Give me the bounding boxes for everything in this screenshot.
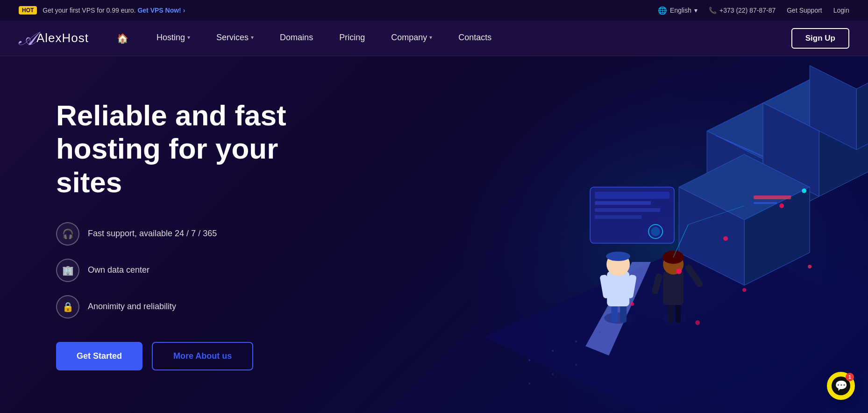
svg-point-60	[528, 359, 530, 361]
svg-rect-44	[668, 304, 673, 323]
svg-rect-25	[754, 196, 791, 199]
language-label: English	[670, 7, 691, 14]
svg-point-51	[676, 268, 682, 274]
main-nav: 𝒜 AlexHost 🏠 Hosting ▾ Services ▾ Domain…	[0, 21, 868, 56]
svg-point-27	[802, 188, 806, 193]
top-bar-left: HOT Get your first VPS for 0.99 euro. Ge…	[19, 6, 185, 14]
contacts-label: Contacts	[458, 33, 491, 43]
svg-point-34	[651, 227, 660, 236]
chat-badge: 1	[846, 373, 854, 381]
chevron-down-icon: ▾	[251, 34, 254, 41]
svg-rect-37	[620, 304, 626, 323]
svg-rect-26	[754, 202, 777, 204]
svg-marker-20	[856, 65, 868, 150]
svg-point-53	[630, 302, 634, 306]
nav-item-services[interactable]: Services ▾	[203, 21, 267, 56]
phone-number: +373 (22) 87-87-87	[719, 7, 776, 14]
svg-point-56	[695, 320, 700, 325]
language-selector[interactable]: 🌐 English ▾	[658, 6, 697, 15]
nav-item-contacts[interactable]: Contacts	[445, 21, 505, 56]
nav-item-hosting[interactable]: Hosting ▾	[143, 21, 203, 56]
logo-text: AlexHost	[36, 31, 89, 45]
globe-icon: 🌐	[658, 6, 667, 15]
chevron-down-icon: ▾	[429, 34, 432, 41]
svg-point-40	[606, 252, 630, 261]
svg-rect-36	[611, 304, 618, 323]
company-label: Company	[391, 33, 427, 43]
top-bar-right: 🌐 English ▾ 📞 +373 (22) 87-87-87 Get Sup…	[658, 6, 849, 15]
cta-buttons: Get Started More About us	[56, 342, 336, 370]
svg-rect-31	[595, 208, 660, 212]
get-support-link[interactable]: Get Support	[787, 7, 822, 14]
home-icon[interactable]: 🏠	[117, 33, 128, 44]
security-icon: 🔒	[56, 295, 79, 319]
phone-block: 📞 +373 (22) 87-87-87	[709, 7, 776, 14]
svg-point-52	[723, 236, 728, 241]
get-started-button[interactable]: Get Started	[56, 342, 142, 370]
top-bar: HOT Get your first VPS for 0.99 euro. Ge…	[0, 0, 868, 21]
logo-icon: 𝒜	[19, 29, 35, 48]
chevron-down-icon: ▾	[187, 34, 190, 41]
hero-illustration	[391, 56, 868, 413]
svg-rect-45	[675, 304, 681, 323]
svg-rect-29	[595, 192, 669, 199]
features-list: 🎧 Fast support, available 24 / 7 / 365 🏢…	[56, 222, 336, 319]
svg-point-67	[575, 364, 577, 366]
svg-point-57	[808, 265, 811, 268]
svg-rect-30	[595, 201, 651, 205]
services-label: Services	[216, 33, 249, 43]
svg-point-54	[779, 203, 784, 208]
nav-item-domains[interactable]: Domains	[267, 21, 326, 56]
svg-point-66	[552, 373, 554, 375]
hero-content: Reliable and fast hosting for your sites…	[0, 61, 374, 408]
svg-point-64	[622, 322, 624, 324]
list-item: 🎧 Fast support, available 24 / 7 / 365	[56, 222, 336, 246]
svg-rect-46	[663, 271, 683, 305]
hero-title: Reliable and fast hosting for your sites	[56, 99, 336, 199]
svg-point-65	[528, 383, 530, 384]
pricing-label: Pricing	[339, 33, 365, 43]
phone-icon: 📞	[709, 7, 717, 14]
svg-point-61	[552, 350, 554, 352]
svg-rect-32	[595, 215, 641, 219]
nav-item-pricing[interactable]: Pricing	[326, 21, 378, 56]
hot-badge: HOT	[19, 6, 37, 14]
datacenter-icon: 🏢	[56, 259, 79, 282]
more-about-us-button[interactable]: More About us	[152, 342, 253, 370]
signup-button[interactable]: Sign Up	[791, 28, 849, 49]
hosting-label: Hosting	[157, 33, 185, 43]
svg-point-62	[575, 341, 577, 342]
svg-point-35	[604, 312, 632, 324]
support-icon: 🎧	[56, 222, 79, 246]
promo-link[interactable]: Get VPS Now! ›	[137, 7, 185, 14]
logo[interactable]: 𝒜 AlexHost	[19, 29, 89, 48]
hero-section: Reliable and fast hosting for your sites…	[0, 56, 868, 413]
promo-text: Get your first VPS for 0.99 euro. Get VP…	[43, 7, 185, 14]
svg-point-63	[598, 331, 600, 333]
list-item: 🏢 Own data center	[56, 259, 336, 282]
svg-point-55	[742, 288, 746, 292]
nav-links: Hosting ▾ Services ▾ Domains Pricing Com…	[143, 21, 791, 56]
domains-label: Domains	[280, 33, 313, 43]
chevron-down-icon: ▾	[694, 7, 697, 14]
nav-item-company[interactable]: Company ▾	[378, 21, 445, 56]
login-link[interactable]: Login	[833, 7, 849, 14]
svg-point-43	[662, 313, 686, 323]
svg-rect-38	[607, 271, 629, 306]
chat-bubble[interactable]: 💬 1	[827, 372, 855, 400]
list-item: 🔒 Anonimity and reliability	[56, 295, 336, 319]
